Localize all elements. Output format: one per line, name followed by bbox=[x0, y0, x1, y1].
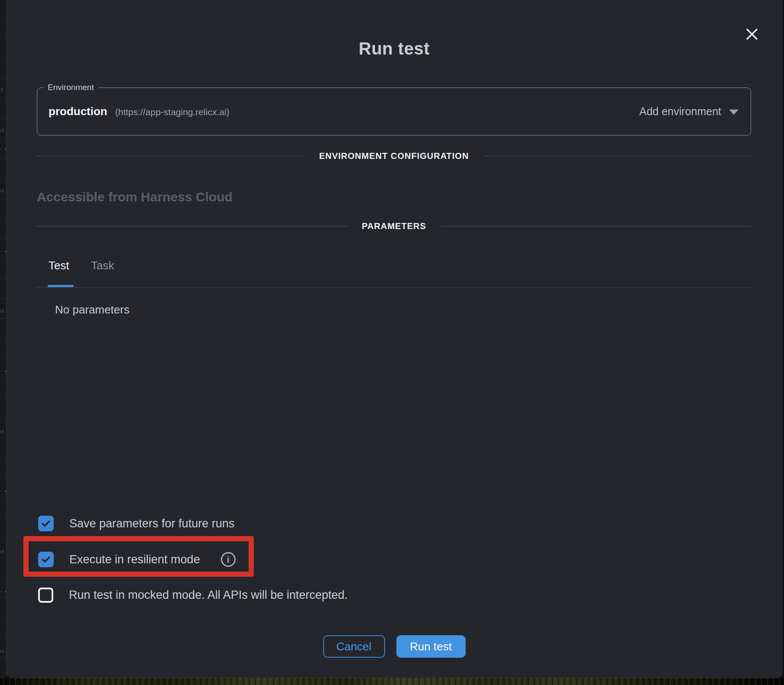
info-icon[interactable]: i bbox=[221, 552, 236, 567]
checkmark-icon bbox=[40, 554, 52, 565]
background-text-fragment: ıl · bbox=[0, 429, 6, 434]
background-text-fragment: ıl · bbox=[0, 649, 6, 654]
resilient-mode-checkbox[interactable] bbox=[38, 552, 54, 567]
tab-task[interactable]: Task bbox=[91, 259, 114, 272]
no-parameters-text: No parameters bbox=[55, 303, 130, 317]
background-text-fragment: · ▪ · bbox=[0, 146, 6, 152]
run-test-dialog: Run test Environment production (https:/… bbox=[6, 0, 782, 678]
background-text-fragment: · ▪ · bbox=[0, 368, 6, 374]
environment-configuration-divider: ENVIRONMENT CONFIGURATION bbox=[37, 151, 751, 161]
environment-configuration-label: ENVIRONMENT CONFIGURATION bbox=[319, 151, 469, 161]
save-parameters-checkbox[interactable] bbox=[38, 516, 54, 531]
environment-row: production (https://app-staging.relicx.a… bbox=[37, 92, 751, 130]
tab-test[interactable]: Test bbox=[49, 259, 69, 272]
background-text-fragment: T bbox=[0, 88, 4, 93]
dialog-title: Run test bbox=[6, 39, 782, 58]
resilient-mode-label: Execute in resilient mode bbox=[69, 553, 200, 566]
checkmark-icon bbox=[40, 518, 52, 529]
environment-legend: Environment bbox=[43, 83, 98, 92]
mocked-mode-label: Run test in mocked mode. All APIs will b… bbox=[69, 588, 348, 602]
background-text-fragment: ıl · bbox=[0, 128, 6, 133]
tab-divider-line bbox=[37, 287, 751, 288]
background-text-fragment: ıl · bbox=[0, 188, 6, 193]
background-text-fragment: ıl · bbox=[0, 308, 6, 313]
parameters-divider: PARAMETERS bbox=[37, 221, 751, 231]
mocked-mode-checkbox[interactable] bbox=[38, 588, 53, 603]
background-text-fragment: ıl · bbox=[0, 549, 6, 554]
parameters-label: PARAMETERS bbox=[362, 221, 426, 231]
background-page-sliver: T ıl · · ▪ · ıl · · ▪ · ıl · · ▪ · ıl · … bbox=[0, 0, 6, 685]
accessible-from-harness-note: Accessible from Harness Cloud bbox=[37, 190, 233, 204]
background-text-fragment: · ▪ · bbox=[0, 488, 6, 494]
run-test-button[interactable]: Run test bbox=[396, 635, 466, 658]
background-text-fragment: · ▪ · bbox=[0, 249, 6, 254]
environment-name: production bbox=[49, 105, 107, 118]
screenshot-stage: T ıl · · ▪ · ıl · · ▪ · ıl · · ▪ · ıl · … bbox=[0, 0, 784, 685]
resilient-mode-row: Execute in resilient mode i bbox=[38, 552, 236, 567]
chevron-down-icon bbox=[729, 110, 739, 115]
save-parameters-row: Save parameters for future runs bbox=[38, 516, 234, 531]
cancel-button[interactable]: Cancel bbox=[323, 635, 385, 658]
background-text-fragment: · ▪ · bbox=[0, 589, 6, 594]
environment-fieldset: Environment production (https://app-stag… bbox=[37, 83, 751, 136]
save-parameters-label: Save parameters for future runs bbox=[69, 517, 234, 530]
add-environment-dropdown[interactable]: Add environment bbox=[639, 105, 739, 118]
mocked-mode-row: Run test in mocked mode. All APIs will b… bbox=[38, 588, 348, 603]
background-photo-sliver bbox=[0, 678, 784, 685]
add-environment-label: Add environment bbox=[639, 105, 721, 118]
active-tab-indicator bbox=[48, 285, 74, 287]
environment-url: (https://app-staging.relicx.ai) bbox=[115, 107, 230, 117]
selected-environment[interactable]: production (https://app-staging.relicx.a… bbox=[49, 105, 230, 118]
dialog-footer: Cancel Run test bbox=[6, 635, 782, 658]
